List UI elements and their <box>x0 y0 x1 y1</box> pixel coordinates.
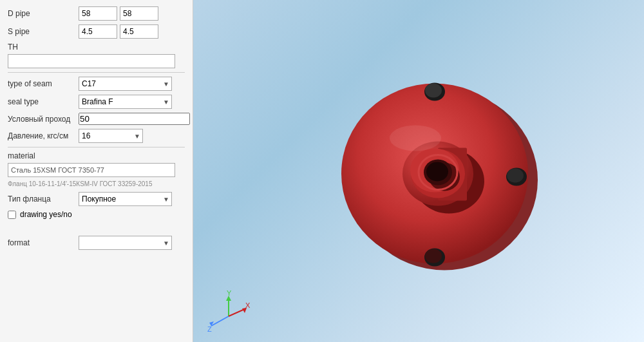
davlenie-select[interactable]: 16 25 40 <box>79 129 143 143</box>
divider2 <box>8 147 185 147</box>
svg-point-17 <box>390 125 441 151</box>
flange-3d <box>306 48 576 294</box>
seal-type-select-wrapper: Вrafina F Вrafina G ▼ <box>79 95 172 109</box>
th-label: TH <box>8 43 185 52</box>
th-input[interactable] <box>8 54 175 68</box>
seal-type-label: seal type <box>8 97 79 106</box>
format-label: format <box>8 238 79 247</box>
th-row: TH <box>8 43 185 68</box>
svg-text:Z: Z <box>207 325 212 332</box>
seal-type-select[interactable]: Вrafina F Вrafina G <box>79 95 172 109</box>
uslovniy-input[interactable] <box>79 113 190 125</box>
spipe-row: S pipe <box>8 24 185 39</box>
davlenie-select-wrapper: 16 25 40 ▼ <box>79 129 143 143</box>
tip-flanc-select[interactable]: Покупное Сварное <box>79 192 172 206</box>
seal-type-row: seal type Вrafina F Вrafina G ▼ <box>8 95 185 109</box>
type-seam-select-wrapper: C17 C18 C19 ▼ <box>79 77 172 91</box>
svg-point-7 <box>425 249 442 263</box>
tip-flanc-select-wrapper: Покупное Сварное ▼ <box>79 192 172 206</box>
davlenie-label: Давление, кгс/см <box>8 131 79 140</box>
dpipe-label: D pipe <box>8 9 79 18</box>
dpipe-input1[interactable] <box>79 6 117 21</box>
uslovniy-row: Условный проход <box>8 113 185 125</box>
drawing-label: drawing yes/no <box>20 210 72 219</box>
tip-flanc-label: Тип фланца <box>8 195 79 204</box>
uslovniy-label: Условный проход <box>8 115 79 124</box>
spipe-input1[interactable] <box>79 24 117 39</box>
spipe-label: S pipe <box>8 27 79 36</box>
format-row: format A4 A3 A2 A1 ▼ <box>8 236 185 250</box>
type-seam-row: type of seam C17 C18 C19 ▼ <box>8 77 185 91</box>
axis-indicator: Z Y X <box>206 290 245 329</box>
drawing-row: drawing yes/no <box>8 210 185 219</box>
spipe-input2[interactable] <box>120 24 158 39</box>
drawing-checkbox[interactable] <box>8 211 16 219</box>
format-select-wrapper: A4 A3 A2 A1 ▼ <box>79 236 172 250</box>
material-input[interactable] <box>8 163 175 177</box>
svg-point-5 <box>507 168 524 182</box>
svg-line-18 <box>211 316 229 326</box>
material-label: material <box>8 151 185 160</box>
divider1 <box>8 72 185 73</box>
viewport-canvas: Z Y X <box>193 0 644 342</box>
description-text: Фланц 10-16-11-1/4'-15КSМ-IV ГОСТ 33259-… <box>8 180 185 188</box>
format-select[interactable]: A4 A3 A2 A1 <box>79 236 172 250</box>
dpipe-input2[interactable] <box>120 6 158 21</box>
left-panel: D pipe S pipe TH type of seam C17 C18 C1… <box>0 0 193 342</box>
viewport: Z Y X <box>193 0 644 342</box>
davlenie-row: Давление, кгс/см 16 25 40 ▼ <box>8 129 185 143</box>
svg-point-15 <box>426 162 448 181</box>
svg-text:Y: Y <box>227 290 232 297</box>
type-seam-label: type of seam <box>8 79 79 88</box>
tip-flanc-row: Тип фланца Покупное Сварное ▼ <box>8 192 185 206</box>
dpipe-row: D pipe <box>8 6 185 21</box>
type-seam-select[interactable]: C17 C18 C19 <box>79 77 172 91</box>
svg-point-3 <box>425 83 442 97</box>
svg-text:X: X <box>245 301 251 309</box>
